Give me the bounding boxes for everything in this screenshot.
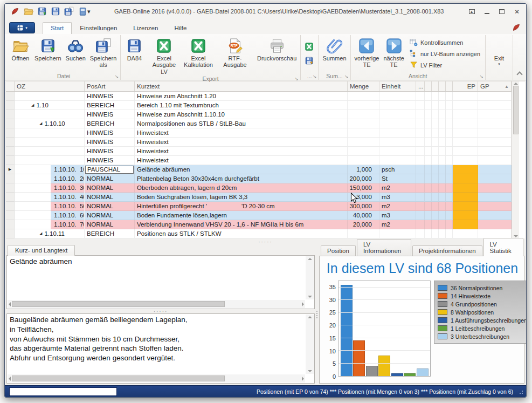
- tree-expander-icon[interactable]: ◢: [39, 121, 42, 126]
- small-button-floppy-small[interactable]: [304, 55, 315, 66]
- table-row[interactable]: 1.10.10. 30NORMALOberboden abtragen, lag…: [6, 183, 512, 193]
- summen-button[interactable]: Summen: [320, 36, 348, 72]
- table-row[interactable]: 1.10.10. 20NORMALPlattenbelag Beton 30x3…: [6, 174, 512, 183]
- scroll-down-icon[interactable]: [514, 235, 518, 237]
- tab-lizenzen[interactable]: Lizenzen: [125, 22, 166, 34]
- status-input[interactable]: [9, 387, 117, 396]
- tab-start[interactable]: Start: [43, 22, 72, 34]
- langtext-vscrollbar[interactable]: [306, 315, 314, 374]
- tab-lv-informationen[interactable]: LV Informationen: [357, 239, 411, 256]
- posart-editor[interactable]: PAUSCHAL: [85, 166, 134, 174]
- grid-vertical-scrollbar[interactable]: [512, 81, 519, 238]
- table-row[interactable]: 1.10.10. 70NORMALVerblendung Innenwand V…: [6, 220, 512, 229]
- vertical-splitter[interactable]: [315, 245, 319, 384]
- tree-expander-icon[interactable]: ◢: [31, 103, 34, 107]
- table-row[interactable]: HINWEISHinweistext: [6, 138, 512, 147]
- kurztext-hscrollbar[interactable]: [8, 300, 305, 308]
- folder-open-icon[interactable]: [24, 6, 33, 16]
- table-row[interactable]: ◢1.10.10BEREICHNormalpositionen aus STLB…: [6, 119, 512, 128]
- toggle-window-button[interactable]: ▲: [468, 8, 475, 15]
- speichern-button[interactable]: Speichern: [32, 36, 64, 72]
- table-row[interactable]: HINWEISHinweise zum Abschnitt 1.20: [6, 92, 512, 101]
- table-row[interactable]: ◢1.10BEREICHBereich 1.10 mit Textumbruch: [6, 101, 512, 110]
- collapse-ribbon-icon[interactable]: [516, 71, 522, 77]
- excel-button[interactable]: Excel Kalkulation: [182, 36, 215, 76]
- column-header-ind[interactable]: [6, 81, 15, 91]
- maximize-button[interactable]: [498, 8, 506, 15]
- tab-einstellungen[interactable]: Einstellungen: [72, 22, 125, 34]
- column-header-c2[interactable]: [432, 81, 439, 91]
- application-menu-button[interactable]: ▾: [9, 22, 35, 33]
- tab-kurz-und-langtext[interactable]: Kurz- und Langtext: [8, 245, 75, 256]
- scroll-up-icon[interactable]: [514, 83, 518, 85]
- save-as-icon[interactable]: [64, 6, 74, 16]
- excel-button[interactable]: Excel Ausgabe LV: [146, 36, 182, 76]
- table-row[interactable]: HINWEISHinweistext: [6, 156, 512, 165]
- small-button-excel-small[interactable]: [304, 41, 315, 52]
- app-logo-icon[interactable]: [10, 6, 20, 16]
- notebook-icon[interactable]: [78, 6, 87, 16]
- floppy-icon[interactable]: [51, 6, 60, 16]
- kurztext-content[interactable]: Gelände abräumen: [10, 257, 304, 299]
- column-header-gp[interactable]: GP▲: [478, 81, 512, 91]
- suchen-button[interactable]: Suchen: [64, 36, 88, 72]
- rtf-ausgabe-button[interactable]: RTFRTF-Ausgabe: [215, 36, 255, 76]
- column-header-c3[interactable]: [439, 81, 446, 91]
- table-row[interactable]: 1.10.10. 60NORMALBoden Fundamente lösen,…: [6, 211, 512, 220]
- dialog-launcher-icon[interactable]: ↘: [344, 74, 349, 79]
- druckvorschau-button[interactable]: Druckvorschau: [255, 36, 299, 76]
- kurztext-vscrollbar[interactable]: [306, 256, 314, 299]
- app-help-icon[interactable]: [512, 23, 521, 32]
- scrollbar-thumb[interactable]: [513, 86, 519, 134]
- table-row[interactable]: 1.10.10. 50NORMALHinterfüllen profilgere…: [6, 202, 512, 211]
- column-header-dots[interactable]: ...: [416, 81, 425, 91]
- info-panel: PositionLV InformationenProjektinformati…: [319, 245, 524, 384]
- column-header-c4[interactable]: [446, 81, 453, 91]
- close-button[interactable]: ×: [513, 8, 521, 15]
- resize-grip-icon[interactable]: [519, 390, 523, 394]
- column-header-oz[interactable]: OZ: [15, 81, 85, 91]
- column-header-einheit[interactable]: Einheit: [379, 81, 416, 91]
- tab-position[interactable]: Position: [321, 245, 356, 256]
- langtext-content[interactable]: Baugelände abräumen gemäß beiliegendem L…: [10, 315, 304, 373]
- langtext-box[interactable]: Baugelände abräumen gemäß beiliegendem L…: [6, 313, 315, 384]
- table-row-selected[interactable]: ▶1.10.10. 10PAUSCHALGelände abräumen1,00…: [6, 165, 512, 174]
- column-header-ep[interactable]: EP: [453, 81, 478, 91]
- da84-button[interactable]: DA84: [122, 36, 146, 76]
- sort-ascending-icon[interactable]: ▲: [505, 84, 509, 89]
- langtext-hscrollbar[interactable]: [8, 374, 305, 382]
- vorherige-button[interactable]: vorherige TE: [353, 36, 382, 72]
- dialog-launcher-icon[interactable]: ↘: [479, 74, 483, 79]
- cell-ind: [6, 156, 15, 165]
- table-row[interactable]: HINWEISHinweistext: [6, 147, 512, 156]
- tab-lv-statistik[interactable]: LV Statistik: [483, 238, 523, 256]
- nächste-button[interactable]: nächste TE: [381, 36, 406, 72]
- horizontal-splitter[interactable]: ·····: [5, 238, 526, 245]
- dialog-launcher-icon[interactable]: ↘: [294, 77, 299, 81]
- column-header-menge[interactable]: Menge: [348, 81, 379, 91]
- kurztext-box[interactable]: Gelände abräumen: [6, 255, 315, 309]
- ribbon-group-items: Exit▾: [487, 35, 512, 72]
- dialog-launcher-icon[interactable]: ↘: [115, 74, 119, 79]
- save-green-icon[interactable]: [37, 6, 47, 16]
- table-row[interactable]: HINWEISHinweise zum Abschnitt 1.10.10: [6, 110, 512, 119]
- table-row[interactable]: 1.10.10. 40NORMALBoden Suchgraben lösen,…: [6, 193, 512, 202]
- tab-hilfe[interactable]: Hilfe: [166, 22, 195, 34]
- column-header-kurztext[interactable]: Kurztext: [135, 81, 348, 91]
- table-row[interactable]: HINWEISHinweistext: [6, 128, 512, 138]
- öffnen-button[interactable]: Öffnen: [9, 36, 32, 72]
- nur-lv-baum-anzeigen-toggle[interactable]: nur LV-Baum anzeigen: [410, 49, 480, 59]
- column-header-posart[interactable]: PosArt: [85, 81, 135, 91]
- cell-c2: [432, 211, 439, 220]
- dialog-launcher-icon[interactable]: ↘: [313, 74, 317, 79]
- minimize-button[interactable]: [483, 8, 490, 15]
- tab-projektinformationen[interactable]: Projektinformationen: [412, 245, 482, 256]
- lv-filter-toggle[interactable]: LV Filter: [410, 60, 480, 70]
- column-header-c1[interactable]: [425, 81, 432, 91]
- kontrollsummen-toggle[interactable]: Kontrollsummen: [410, 38, 480, 47]
- speichern-button[interactable]: Speichern als: [88, 36, 119, 72]
- cell-c2: [432, 147, 439, 156]
- exit-button[interactable]: Exit▾: [487, 36, 511, 72]
- table-row[interactable]: ◢1.10.11BEREICHPositionen aus STLK / STL…: [6, 229, 512, 238]
- tree-expander-icon[interactable]: ◢: [39, 231, 42, 236]
